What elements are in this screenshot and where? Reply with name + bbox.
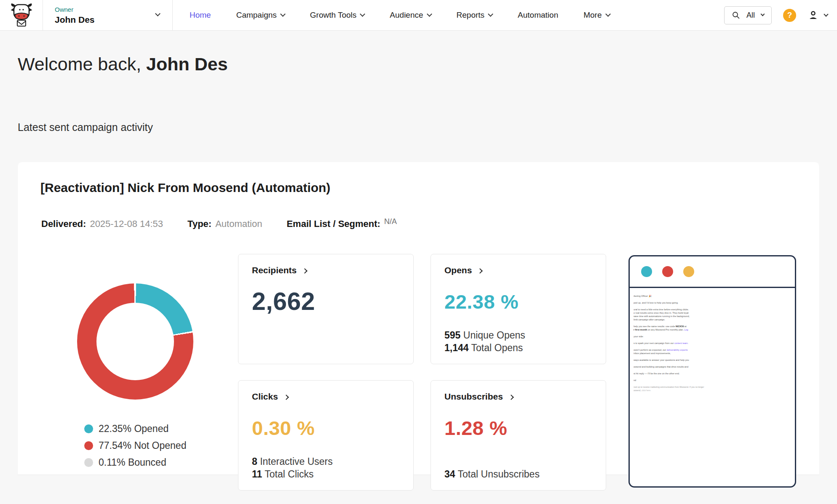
legend-label: 0.11% Bounced — [99, 457, 166, 468]
email-preview-line: oesn't perform as expected, our delivera… — [634, 348, 795, 352]
nav-item-automation[interactable]: Automation — [505, 0, 571, 31]
recipients-card: Recipients 2,662 — [238, 254, 414, 364]
email-preview-line: ways available to answer your questions … — [634, 358, 795, 362]
email-preview-line — [634, 368, 795, 372]
donut-hole — [96, 303, 174, 380]
account-switcher[interactable]: Owner John Des — [43, 0, 173, 30]
chevron-down-icon — [605, 11, 611, 17]
email-preview-line: e real results come once they dive in. T… — [634, 311, 795, 315]
legend-dot-icon — [84, 441, 93, 450]
total-opens: 1,144 Total Opens — [444, 342, 592, 354]
clicks-sublines: 8 Interactive Users 11 Total Clicks — [252, 454, 400, 480]
email-preview-thumbnail[interactable]: rketing Officer 🎉ped up, and I'd love to… — [628, 255, 796, 488]
meta-type: Type:Automation — [187, 219, 262, 229]
clicks-card: Clicks 0.30 % 8 Interactive Users 11 Tot… — [238, 380, 414, 491]
nav-item-label: Audience — [390, 11, 423, 20]
email-preview-line: save time with automations running in th… — [634, 315, 795, 318]
email-preview-line — [634, 298, 795, 301]
meta-email-list: Email List / Segment:N/A — [286, 219, 397, 229]
nav-item-campaigns[interactable]: Campaigns — [224, 0, 297, 31]
legend-item-opened: 22.35% Opened — [84, 423, 186, 435]
search-input[interactable]: All — [724, 6, 772, 24]
moosend-logo[interactable] — [0, 0, 43, 30]
email-preview-line: ned up to receive marketing communicatio… — [634, 385, 795, 389]
nav-item-label: Growth Tools — [310, 11, 357, 20]
search-scope-dropdown[interactable]: All — [746, 11, 755, 20]
user-icon — [808, 10, 819, 21]
chevron-right-icon — [508, 395, 514, 400]
dashboard-content: Welcome back, John Des Latest sent campa… — [0, 53, 837, 475]
window-dot-teal-icon — [641, 266, 652, 277]
recipients-sublines — [252, 328, 400, 354]
email-preview-line — [634, 345, 795, 348]
email-preview-line — [634, 338, 795, 341]
chevron-right-icon — [302, 268, 308, 274]
legend-label: 22.35% Opened — [99, 423, 168, 435]
nav-item-growth-tools[interactable]: Growth Tools — [297, 0, 377, 31]
welcome-user-name: John Des — [146, 54, 228, 74]
window-dot-yellow-icon — [683, 266, 694, 277]
clicks-rate-value: 0.30 % — [252, 402, 400, 454]
owner-name: John Des — [55, 15, 95, 25]
recipients-link[interactable]: Recipients — [252, 265, 400, 275]
unsubscribes-card: Unsubscribes 1.28 % 34 Total Unsubscribe… — [431, 380, 606, 491]
email-preview-line: oosend, click here. — [634, 389, 795, 392]
chevron-down-icon — [488, 11, 493, 17]
nav-right-cluster: All ? — [724, 6, 837, 24]
email-preview-line — [634, 362, 795, 365]
campaign-meta: Delivered:2025-12-08 14:53 Type:Automati… — [41, 219, 397, 229]
section-title: Latest sent campaign activity — [18, 121, 819, 133]
email-preview-line: limb campaign after campaign. — [634, 318, 795, 321]
unsubscribes-sublines: 34 Total Unsubscribes — [444, 454, 592, 480]
email-preview-line: ural to need a little extra time before … — [634, 308, 795, 311]
nav-item-reports[interactable]: Reports — [444, 0, 505, 31]
chart-legend: 22.35% Opened77.54% Not Opened0.11% Boun… — [84, 423, 186, 468]
email-preview-line — [634, 331, 795, 335]
legend-item-bounced: 0.11% Bounced — [84, 457, 186, 468]
email-preview-line — [634, 304, 795, 308]
unsubscribes-link[interactable]: Unsubscribes — [444, 392, 592, 402]
opens-card: Opens 22.38 % 595 Unique Opens 1,144 Tot… — [431, 254, 606, 364]
chevron-down-icon — [280, 11, 286, 17]
chevron-right-icon — [283, 395, 289, 400]
nav-item-audience[interactable]: Audience — [377, 0, 444, 31]
meta-delivered: Delivered:2025-12-08 14:53 — [41, 219, 163, 229]
opens-sublines: 595 Unique Opens 1,144 Total Opens — [444, 328, 592, 354]
email-preview-line: nd — [634, 379, 795, 382]
help-button[interactable]: ? — [783, 9, 796, 22]
chevron-down-icon — [427, 11, 432, 17]
owner-role-label: Owner — [55, 6, 95, 13]
main-menu: HomeCampaignsGrowth ToolsAudienceReports… — [177, 0, 623, 31]
unique-opens: 595 Unique Opens — [444, 330, 592, 341]
campaign-title: [Reactivation] Nick From Moosend (Automa… — [40, 181, 330, 195]
opens-rate-value: 22.38 % — [444, 275, 592, 328]
total-clicks: 11 Total Clicks — [252, 469, 400, 480]
clicks-link[interactable]: Clicks — [252, 392, 400, 402]
interactive-users: 8 Interactive Users — [252, 456, 400, 467]
email-preview-line — [634, 375, 795, 379]
legend-dot-icon — [84, 458, 93, 467]
nav-item-label: Home — [190, 11, 211, 20]
legend-label: 77.54% Not Opened — [99, 440, 186, 451]
email-preview-line — [634, 321, 795, 325]
account-menu[interactable] — [808, 10, 828, 21]
legend-dot-icon — [84, 424, 93, 433]
nav-item-label: More — [583, 11, 602, 20]
email-preview-line: rketing Officer 🎉 — [634, 294, 795, 298]
legend-item-not-opened: 77.54% Not Opened — [84, 440, 186, 451]
email-preview-line — [634, 382, 795, 385]
email-preview-line: ped up, and I'd love to help you keep go… — [634, 301, 795, 304]
open-rate-donut-chart — [77, 283, 193, 400]
recipients-value: 2,662 — [252, 275, 400, 328]
nav-item-more[interactable]: More — [571, 0, 622, 31]
opens-link[interactable]: Opens — [444, 265, 592, 275]
nav-item-label: Reports — [457, 11, 485, 20]
nav-item-home[interactable]: Home — [177, 0, 224, 31]
email-preview-line: your side: — [634, 335, 795, 338]
stats-grid: Recipients 2,662 Opens 22.38 % 595 Uniqu… — [238, 254, 606, 491]
chevron-down-icon — [155, 11, 160, 16]
email-preview-body: rketing Officer 🎉ped up, and I'd love to… — [630, 288, 795, 392]
welcome-prefix: Welcome back, — [18, 54, 141, 74]
unsubscribes-rate-value: 1.28 % — [444, 402, 592, 454]
email-preview-line — [634, 355, 795, 358]
